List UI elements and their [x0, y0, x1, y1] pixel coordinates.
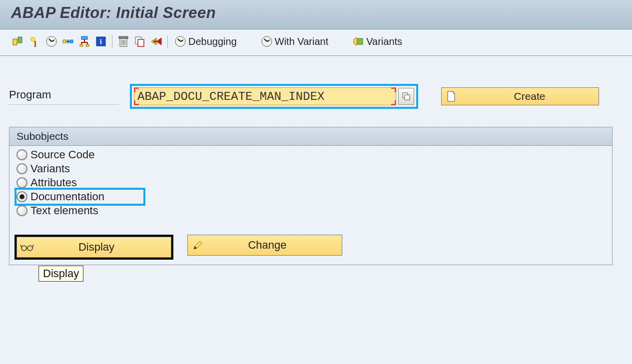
svg-rect-1 [18, 37, 22, 43]
svg-rect-25 [405, 95, 410, 100]
title-bar: ABAP Editor: Initial Screen [0, 0, 632, 29]
svg-point-19 [154, 40, 156, 42]
svg-rect-9 [86, 44, 89, 46]
svg-rect-5 [63, 40, 66, 43]
radio-text-elements[interactable]: Text elements [16, 204, 605, 218]
svg-rect-0 [13, 39, 17, 45]
radio-label: Variants [30, 162, 70, 175]
subobjects-header: Subobjects [9, 127, 612, 146]
execute-icon[interactable] [44, 34, 59, 48]
check-icon[interactable] [11, 34, 26, 48]
page-title: ABAP Editor: Initial Screen [11, 4, 621, 22]
radio-icon [16, 149, 27, 160]
glasses-icon [17, 243, 37, 252]
radio-icon [16, 177, 27, 188]
radio-variants[interactable]: Variants [16, 162, 605, 176]
svg-point-27 [27, 246, 32, 251]
radio-documentation[interactable]: Documentation [14, 188, 145, 206]
svg-rect-8 [80, 44, 83, 46]
svg-rect-3 [34, 41, 36, 47]
value-help-button[interactable] [398, 88, 414, 105]
subobjects-panel: Subobjects Source Code Variants Attribut… [9, 127, 613, 265]
svg-point-20 [159, 40, 161, 42]
variants-button[interactable]: Variants [349, 34, 405, 48]
action-row: Display Change [9, 222, 612, 265]
tooltip: Display [38, 266, 83, 282]
display-label: Display [37, 241, 171, 254]
create-label: Create [461, 90, 599, 102]
radio-label: Documentation [30, 190, 104, 203]
radio-icon [16, 163, 27, 174]
program-input[interactable] [134, 87, 396, 105]
display-button[interactable]: Display [16, 237, 171, 258]
radio-icon [16, 205, 27, 216]
svg-text:i: i [100, 38, 102, 45]
new-page-icon [442, 90, 461, 102]
rename-icon[interactable] [149, 34, 164, 48]
info-icon[interactable]: i [93, 34, 108, 48]
content-area: Program Create [0, 56, 632, 274]
svg-rect-23 [358, 38, 363, 44]
subobjects-list: Source Code Variants Attributes Document… [9, 146, 612, 222]
radio-label: Attributes [30, 176, 77, 189]
change-button[interactable]: Change [187, 235, 342, 256]
program-label: Program [9, 88, 119, 105]
toolbar: i Debugging [0, 29, 632, 56]
svg-rect-6 [70, 40, 73, 43]
pencil-icon [188, 239, 208, 251]
program-row: Program Create [9, 84, 623, 109]
display-highlight: Display [14, 235, 173, 260]
change-label: Change [208, 239, 342, 252]
toolbar-separator [112, 35, 112, 48]
object-list-icon[interactable] [77, 34, 92, 48]
with-variant-label: With Variant [275, 36, 328, 47]
variants-label: Variants [366, 36, 402, 47]
delete-icon[interactable] [116, 34, 131, 48]
debugging-label: Debugging [188, 36, 237, 47]
svg-rect-7 [81, 36, 87, 39]
radio-label: Text elements [30, 204, 98, 217]
svg-rect-13 [119, 36, 128, 38]
radio-icon [16, 191, 27, 202]
radio-label: Source Code [30, 148, 94, 161]
where-used-icon[interactable] [60, 34, 75, 48]
svg-rect-18 [138, 39, 144, 46]
toolbar-separator [167, 35, 168, 48]
activate-icon[interactable] [27, 34, 42, 48]
program-input-highlight [130, 84, 418, 109]
radio-source-code[interactable]: Source Code [16, 148, 605, 162]
create-button[interactable]: Create [441, 87, 599, 105]
debugging-button[interactable]: Debugging [171, 34, 240, 48]
with-variant-button[interactable]: With Variant [258, 34, 331, 48]
svg-point-26 [21, 246, 26, 251]
copy-icon[interactable] [132, 34, 147, 48]
